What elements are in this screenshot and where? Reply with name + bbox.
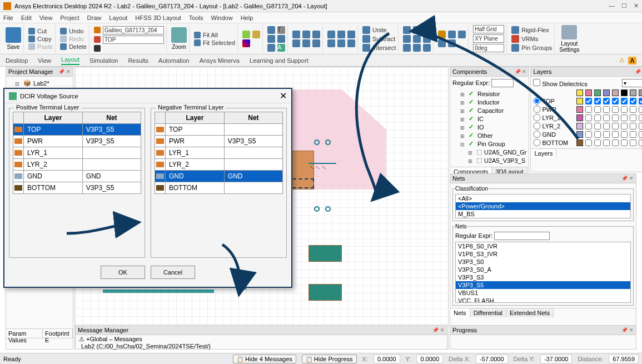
copy-icon[interactable] — [28, 36, 35, 42]
measure-icon[interactable] — [347, 31, 355, 38]
snap-icon[interactable] — [438, 39, 446, 47]
layer-check[interactable] — [594, 98, 601, 104]
layer-check[interactable] — [603, 106, 610, 113]
layer-check[interactable] — [594, 139, 601, 146]
g5-icon[interactable] — [413, 35, 421, 43]
save-icon[interactable] — [6, 27, 21, 43]
layer-check[interactable] — [594, 106, 601, 113]
layer-check[interactable] — [585, 139, 592, 146]
minimize-button[interactable]: — — [609, 2, 615, 9]
net-item[interactable]: VCC_FLASH — [456, 297, 630, 303]
menu-draw[interactable]: Draw — [87, 14, 102, 21]
layer-check[interactable] — [630, 114, 636, 121]
grid2-icon[interactable] — [448, 31, 456, 38]
table-row[interactable]: LYR_1 — [13, 147, 141, 159]
cut-button[interactable]: Cut — [37, 28, 47, 34]
tool5-icon[interactable] — [302, 39, 310, 47]
dialog-close-button[interactable]: ✕ — [280, 91, 287, 101]
copy-button[interactable]: Copy — [37, 36, 52, 42]
vrms-icon[interactable] — [511, 35, 519, 43]
vrms-button[interactable]: VRMs — [521, 36, 538, 42]
tab-learning[interactable]: Learning and Support — [250, 57, 308, 64]
fit-selected-button[interactable]: Fit Selected — [203, 39, 235, 46]
text-icon[interactable]: T — [277, 26, 285, 34]
poly-icon[interactable] — [277, 35, 285, 43]
palette-icon[interactable] — [242, 39, 250, 47]
zoom-button[interactable]: Zoom — [171, 44, 187, 50]
tool4-icon[interactable] — [292, 39, 300, 47]
subtract-icon[interactable] — [362, 35, 370, 43]
pm-pin-icon[interactable]: 📌 ✕ — [58, 69, 71, 74]
menu-hfss3d[interactable]: HFSS 3D Layout — [135, 14, 181, 21]
layer-name-BOTTOM[interactable]: BOTTOM — [542, 139, 575, 146]
fit-all-button[interactable]: Fit All — [203, 32, 218, 38]
layer-check[interactable] — [621, 131, 628, 138]
comp-pingroup[interactable]: Pin Group — [452, 139, 526, 148]
tab-footprint[interactable]: Footprint E — [43, 329, 73, 338]
unite-button[interactable]: Unite — [372, 27, 387, 33]
layout-settings-button[interactable]: Layout Settings — [559, 41, 579, 53]
layout-settings-icon[interactable] — [561, 25, 577, 39]
layer-check[interactable] — [612, 139, 619, 146]
line-icon[interactable] — [267, 35, 275, 43]
tool6-icon[interactable] — [312, 39, 320, 47]
g9-icon[interactable] — [423, 44, 431, 52]
menu-view[interactable]: View — [39, 14, 53, 21]
layer-check[interactable] — [594, 114, 601, 121]
g6-icon[interactable] — [423, 35, 431, 43]
fit-sel-icon[interactable] — [194, 39, 201, 46]
tab-layout[interactable]: Layout — [61, 56, 79, 65]
layer-check[interactable] — [612, 131, 619, 138]
net-item[interactable]: V3P3_S3 — [456, 273, 630, 281]
rotation-dropdown[interactable]: 0deg — [473, 44, 504, 52]
layer-name-TOP[interactable]: TOP — [542, 98, 575, 104]
hide-progress-button[interactable]: 📋 Hide Progress — [302, 355, 356, 363]
msg-line1[interactable]: ⚠ +Global – Messages — [79, 336, 444, 343]
pm-root[interactable]: 📦 Lab2* — [7, 79, 72, 87]
comp-capacitor[interactable]: Capacitor — [452, 106, 526, 114]
intersect-icon[interactable] — [362, 44, 370, 52]
save-button[interactable]: Save — [6, 44, 21, 50]
layer-check[interactable] — [585, 131, 592, 138]
layer-check[interactable] — [621, 114, 628, 121]
comp-other[interactable]: Other — [452, 131, 526, 139]
intersect-button[interactable]: Intersect — [372, 44, 396, 51]
nets-tab-diff[interactable]: Differential — [470, 308, 506, 317]
move-icon[interactable] — [327, 39, 335, 47]
subtract-button[interactable]: Subtract — [372, 36, 395, 42]
class-item-sel[interactable]: <Power/Ground> — [456, 202, 630, 210]
layer-radio-LYR_1[interactable] — [533, 114, 541, 121]
grid3-icon[interactable] — [458, 31, 466, 38]
clock-icon[interactable] — [337, 31, 345, 38]
tool1-icon[interactable] — [292, 31, 300, 38]
nets-tab-nets[interactable]: Nets — [450, 308, 470, 317]
layer-check[interactable] — [621, 139, 628, 146]
cancel-button[interactable]: Cancel — [151, 266, 195, 279]
layer-check[interactable] — [630, 98, 636, 104]
layer-check[interactable] — [594, 123, 601, 129]
nets-pin-icon[interactable]: 📌 ✕ — [621, 176, 634, 181]
layer-radio-PWR[interactable] — [533, 106, 541, 113]
comp-ic[interactable]: IC — [452, 114, 526, 123]
g7-icon[interactable] — [403, 44, 411, 52]
layer-dropdown[interactable]: TOP — [103, 36, 164, 44]
layer-check[interactable] — [639, 123, 642, 129]
unite-icon[interactable] — [362, 26, 370, 34]
g3-icon[interactable] — [423, 26, 431, 34]
layer-name-PWR[interactable]: PWR — [542, 106, 575, 113]
maximize-button[interactable]: ☐ — [621, 2, 627, 9]
nets-tab-ext[interactable]: Extended Nets — [506, 308, 554, 317]
view1-icon[interactable] — [242, 31, 250, 38]
layer-check[interactable] — [630, 123, 636, 129]
pointer-icon[interactable] — [94, 45, 101, 52]
zoom-icon[interactable] — [171, 27, 187, 43]
rigidflex-button[interactable]: Rigid-Flex — [521, 27, 549, 33]
menu-layout[interactable]: Layout — [109, 14, 127, 21]
cut-icon[interactable] — [28, 28, 35, 34]
layer-check[interactable] — [639, 139, 642, 146]
undo-icon[interactable] — [60, 28, 67, 34]
layer-name-LYR_1[interactable]: LYR_1 — [542, 114, 575, 121]
table-row[interactable]: LYR_2 — [13, 159, 141, 171]
layers-tab[interactable]: Layers — [531, 149, 556, 158]
tab-desktop[interactable]: Desktop — [6, 57, 28, 64]
